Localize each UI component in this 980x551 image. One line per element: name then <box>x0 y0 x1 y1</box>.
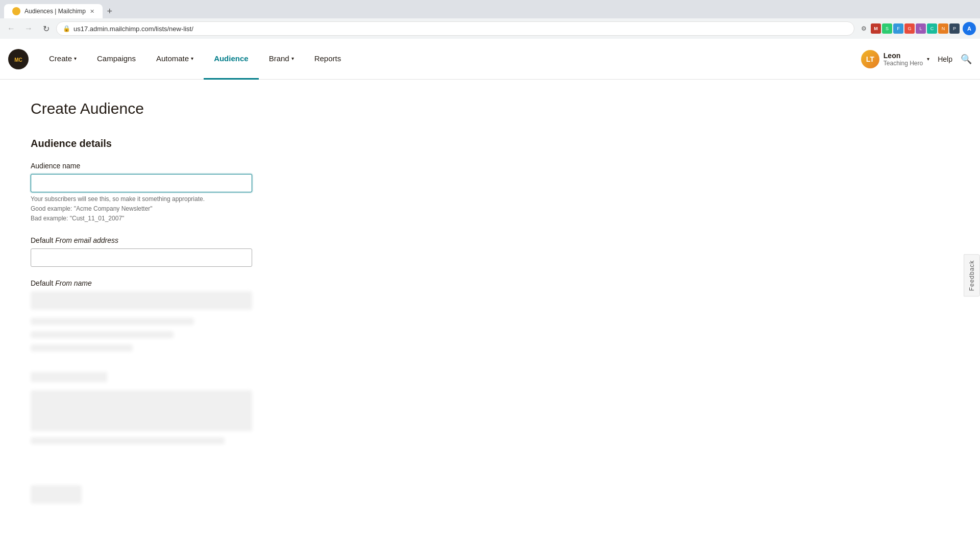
user-dropdown-icon[interactable]: ▾ <box>927 56 929 62</box>
create-chevron-icon: ▾ <box>74 56 77 61</box>
automate-chevron-icon: ▾ <box>191 56 193 61</box>
ext-icon-3[interactable]: F <box>893 23 903 34</box>
extensions-button[interactable]: ⚙ <box>857 22 870 35</box>
feedback-sidebar[interactable]: Feedback <box>964 255 980 297</box>
blurred-text-1 <box>31 318 194 325</box>
browser-tab-active[interactable]: Audiences | Mailchimp ✕ <box>4 4 103 18</box>
ext-icon-1[interactable]: M <box>871 23 881 34</box>
user-section: LT Leon Teaching Hero ▾ <box>861 50 929 68</box>
address-bar[interactable]: 🔒 us17.admin.mailchimp.com/lists/new-lis… <box>56 21 854 36</box>
blurred-text-2 <box>31 331 174 338</box>
browser-forward-button[interactable]: → <box>21 21 36 36</box>
blurred-form-area <box>31 291 429 504</box>
tab-close-button[interactable]: ✕ <box>90 8 94 15</box>
audience-name-input[interactable] <box>31 174 252 192</box>
nav-automate[interactable]: Automate ▾ <box>146 39 204 80</box>
browser-extensions: ⚙ M S F G L C N P <box>857 22 960 35</box>
user-info: Leon Teaching Hero <box>884 52 923 67</box>
brand-chevron-icon: ▾ <box>291 56 294 61</box>
blurred-section-2 <box>31 372 429 444</box>
nav-create[interactable]: Create ▾ <box>39 39 87 80</box>
audience-name-hint: Your subscribers will see this, so make … <box>31 194 429 224</box>
nav-campaigns[interactable]: Campaigns <box>87 39 146 80</box>
blurred-section-3 <box>31 485 429 504</box>
nav-audience[interactable]: Audience <box>204 39 259 80</box>
section-title: Audience details <box>31 138 429 149</box>
app-header: MC Create ▾ Campaigns Automate ▾ Audienc… <box>0 39 980 80</box>
audience-name-label: Audience name <box>31 162 429 170</box>
header-right: LT Leon Teaching Hero ▾ Help 🔍 <box>861 50 972 68</box>
blurred-text-3 <box>31 344 133 352</box>
main-content: Create Audience Audience details Audienc… <box>0 80 459 536</box>
blurred-button <box>31 485 82 504</box>
url-text: us17.admin.mailchimp.com/lists/new-list/ <box>74 25 193 33</box>
search-button[interactable]: 🔍 <box>961 54 972 65</box>
ext-icon-2[interactable]: S <box>882 23 892 34</box>
browser-back-button[interactable]: ← <box>4 21 18 36</box>
blurred-textarea <box>31 390 252 431</box>
from-name-label: Default From name <box>31 279 429 287</box>
ext-icon-8[interactable]: P <box>949 23 960 34</box>
user-role: Teaching Hero <box>884 60 923 67</box>
ext-icon-4[interactable]: G <box>904 23 915 34</box>
profile-button[interactable]: A <box>963 22 976 35</box>
browser-refresh-button[interactable]: ↻ <box>39 21 53 36</box>
blurred-title <box>31 372 107 382</box>
browser-chrome: Audiences | Mailchimp ✕ + ← → ↻ 🔒 us17.a… <box>0 0 980 39</box>
lock-icon: 🔒 <box>63 25 70 32</box>
tab-title: Audiences | Mailchimp <box>24 8 86 15</box>
browser-toolbar: ← → ↻ 🔒 us17.admin.mailchimp.com/lists/n… <box>0 18 980 39</box>
nav-brand[interactable]: Brand ▾ <box>259 39 304 80</box>
avatar[interactable]: LT <box>861 50 879 68</box>
tab-favicon <box>12 7 20 15</box>
ext-icon-5[interactable]: L <box>916 23 926 34</box>
from-email-input[interactable] <box>31 248 252 267</box>
blurred-input-1 <box>31 291 252 310</box>
from-email-group: Default From email address <box>31 236 429 267</box>
audience-name-group: Audience name Your subscribers will see … <box>31 162 429 224</box>
main-nav: Create ▾ Campaigns Automate ▾ Audience B… <box>39 39 861 80</box>
mailchimp-logo[interactable]: MC <box>8 49 29 69</box>
nav-reports[interactable]: Reports <box>304 39 352 80</box>
svg-text:MC: MC <box>14 57 22 62</box>
ext-icon-6[interactable]: C <box>927 23 937 34</box>
page-title: Create Audience <box>31 100 429 117</box>
blurred-hint <box>31 437 225 444</box>
help-button[interactable]: Help <box>938 55 952 63</box>
from-email-label: Default From email address <box>31 236 429 244</box>
user-name: Leon <box>884 52 923 60</box>
new-tab-button[interactable]: + <box>103 4 117 18</box>
ext-icon-7[interactable]: N <box>938 23 948 34</box>
feedback-tab[interactable]: Feedback <box>964 255 980 297</box>
from-name-group: Default From name <box>31 279 429 504</box>
browser-tab-bar: Audiences | Mailchimp ✕ + <box>0 0 980 18</box>
